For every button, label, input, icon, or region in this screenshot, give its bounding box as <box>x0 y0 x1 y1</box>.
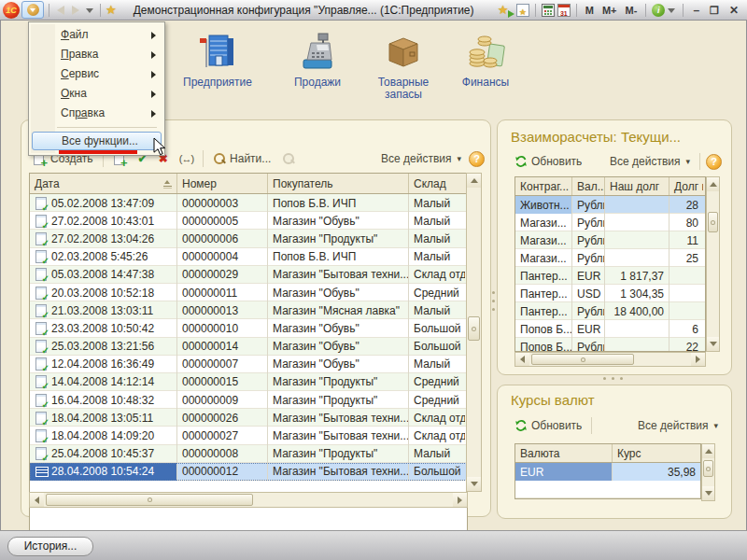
table-row[interactable]: 12.04.2008 16:36:49 000000007 Магазин "О… <box>30 356 467 373</box>
table-row[interactable]: Магази... Рубли 80 <box>515 214 705 231</box>
table-row[interactable]: 20.03.2008 10:52:18 000000011 Магазин "О… <box>30 284 467 301</box>
section-inventory[interactable]: Товарные запасы <box>361 30 445 101</box>
scrollbar-track[interactable] <box>702 458 714 486</box>
table-row[interactable]: Пантер... EUR 1 817,37 <box>515 267 705 285</box>
table-row[interactable]: 05.03.2008 14:47:38 000000029 Магазин "Б… <box>30 266 467 284</box>
history-dropdown-button[interactable] <box>84 3 95 18</box>
table-row[interactable]: EUR 35,98 <box>515 463 700 481</box>
section-enterprise[interactable]: Предприятие <box>171 30 264 89</box>
horizontal-scrollbar[interactable] <box>514 352 706 367</box>
add-to-favorites-button[interactable]: ★ <box>498 3 514 18</box>
table-row[interactable]: 18.04.2008 13:05:11 000000026 Магазин "Б… <box>30 409 467 427</box>
refresh-button[interactable]: Обновить <box>511 153 585 170</box>
back-button[interactable] <box>54 3 67 18</box>
table-row[interactable]: 25.03.2008 13:21:56 000000014 Магазин "О… <box>30 338 467 356</box>
menu-item[interactable]: Справка <box>29 104 164 123</box>
scrollbar-thumb[interactable] <box>46 494 253 506</box>
info-button[interactable]: i <box>652 3 677 18</box>
vertical-scrollbar[interactable] <box>706 176 720 352</box>
menu-item[interactable]: Сервис <box>29 64 164 84</box>
minimize-button[interactable]: – <box>689 3 703 18</box>
scroll-up-button[interactable] <box>702 444 714 458</box>
table-row[interactable]: 27.02.2008 13:04:26 000000006 Магазин "П… <box>30 230 467 247</box>
column-header-buyer[interactable]: Покупатель <box>268 174 409 193</box>
scroll-down-button[interactable] <box>702 486 714 500</box>
scrollbar-thumb[interactable] <box>468 316 480 341</box>
history-button[interactable]: История... <box>7 537 93 556</box>
scroll-up-button[interactable] <box>707 177 719 191</box>
column-header-number[interactable]: Номер <box>177 174 268 193</box>
all-actions-button[interactable]: Все действия <box>634 417 722 434</box>
calculator-button[interactable] <box>542 4 555 17</box>
section-sales[interactable]: Продажи <box>275 30 359 89</box>
table-row[interactable]: Попов Б... Рубли 22 <box>515 338 705 351</box>
calendar-button[interactable]: 31 <box>557 4 571 17</box>
table-row[interactable]: 02.03.2008 5:45:26 000000004 Попов Б.В. … <box>30 248 467 266</box>
horizontal-scrollbar[interactable] <box>29 492 468 508</box>
table-row[interactable]: Пантер... Рубли 18 400,00 <box>515 302 705 320</box>
table-row[interactable]: 21.03.2008 13:03:11 000000013 Магазин "М… <box>30 301 467 319</box>
menu-item[interactable]: Файл <box>29 25 164 45</box>
column-header-currency[interactable]: Вал... <box>572 177 605 195</box>
all-actions-button[interactable]: Все действия <box>377 150 465 167</box>
table-row[interactable]: 16.04.2008 10:48:32 000000009 Магазин "П… <box>30 391 467 409</box>
forward-button[interactable] <box>69 3 82 18</box>
table-row[interactable]: 18.04.2008 14:09:20 000000027 Магазин "Б… <box>30 427 467 444</box>
vertical-scrollbar[interactable] <box>466 173 482 492</box>
scrollbar-track[interactable] <box>467 188 481 477</box>
table-row[interactable]: 23.03.2008 10:50:42 000000010 Магазин "О… <box>30 319 467 337</box>
main-menu-button[interactable] <box>21 1 44 19</box>
all-actions-button[interactable]: Все действия <box>606 153 694 170</box>
scrollbar-track[interactable] <box>44 493 453 507</box>
menu-item[interactable]: Правка <box>29 45 164 64</box>
clear-find-button[interactable] <box>278 150 299 167</box>
help-button[interactable]: ? <box>469 151 485 167</box>
menu-item[interactable]: Окна <box>29 84 164 104</box>
table-row[interactable]: Магази... Рубли 25 <box>515 249 705 267</box>
refresh-button[interactable]: Обновить <box>511 417 585 434</box>
column-header-warehouse[interactable]: Склад <box>409 174 465 193</box>
maximize-button[interactable]: ❐ <box>706 3 723 18</box>
table-row[interactable]: Животн... Рубли 28 <box>515 196 705 214</box>
scroll-left-button[interactable] <box>515 353 529 366</box>
column-header-rate[interactable]: Курс <box>613 444 700 462</box>
scroll-right-button[interactable] <box>691 353 705 366</box>
table-row[interactable]: 05.02.2008 13:47:09 000000003 Попов Б.В.… <box>30 194 467 212</box>
scroll-left-button[interactable] <box>30 493 44 507</box>
horizontal-splitter[interactable] <box>603 377 623 380</box>
table-row[interactable]: Попов Б... EUR 6 <box>515 320 705 338</box>
table-row[interactable]: 14.04.2008 14:12:14 000000015 Магазин "П… <box>30 373 467 391</box>
column-header-their-debt[interactable]: Долг н <box>669 177 703 195</box>
section-finance[interactable]: Финансы <box>445 30 526 89</box>
table-row[interactable]: Пантер... USD 1 304,35 <box>515 285 705 302</box>
scrollbar-thumb[interactable] <box>703 460 713 477</box>
scroll-right-button[interactable] <box>453 493 467 507</box>
scrollbar-thumb[interactable] <box>708 212 718 232</box>
scroll-down-button[interactable] <box>707 337 719 351</box>
column-header-date[interactable]: Дата <box>30 174 177 193</box>
scrollbar-thumb[interactable] <box>531 354 634 365</box>
close-button[interactable]: ✕ <box>726 3 742 18</box>
fit-width-button[interactable]: (↔) <box>176 151 197 166</box>
column-header-contractor[interactable]: Контраг... <box>515 177 572 195</box>
column-header-currency[interactable]: Валюта <box>515 444 613 462</box>
table-row[interactable]: 25.04.2008 10:45:37 000000008 Магазин "П… <box>30 445 467 463</box>
help-button[interactable]: ? <box>706 154 722 170</box>
scrollbar-track[interactable] <box>707 191 719 337</box>
vertical-scrollbar[interactable] <box>701 443 715 501</box>
scroll-down-button[interactable] <box>467 477 481 491</box>
vertical-splitter[interactable] <box>492 291 495 316</box>
memory-recall-button[interactable]: M <box>583 5 597 16</box>
table-row[interactable]: 27.02.2008 10:43:01 000000005 Магазин "О… <box>30 212 467 230</box>
menu-item-all-functions[interactable]: Все функции... <box>32 132 162 150</box>
find-button[interactable]: Найти... <box>209 150 275 167</box>
favorites-star-icon[interactable]: ★ <box>106 3 117 18</box>
scroll-up-button[interactable] <box>467 174 481 188</box>
table-row[interactable]: 28.04.2008 10:54:24 000000012 Магазин "Б… <box>30 463 467 481</box>
memory-minus-button[interactable]: M- <box>623 5 641 16</box>
open-favorites-button[interactable]: ★ <box>516 4 529 17</box>
scrollbar-track[interactable] <box>529 353 691 366</box>
table-row[interactable]: Магази... Рубли 11 <box>515 231 705 249</box>
column-header-our-debt[interactable]: Наш долг <box>605 177 669 195</box>
memory-plus-button[interactable]: M+ <box>599 5 620 16</box>
